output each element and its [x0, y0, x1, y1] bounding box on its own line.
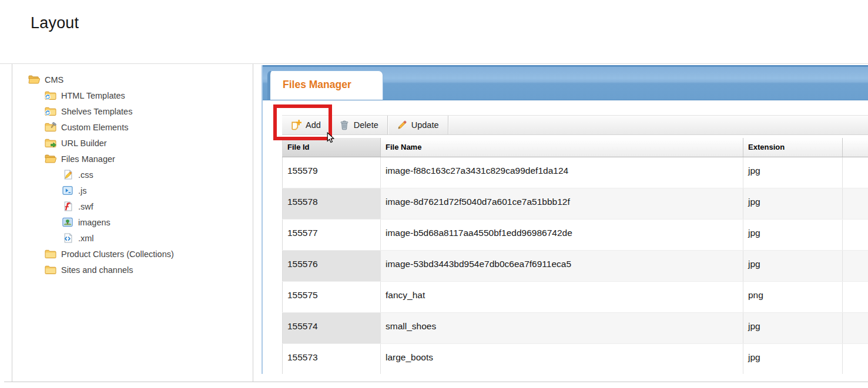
panel-header-bar: Files Manager [263, 65, 868, 100]
file-name-cell: small_shoes [381, 312, 743, 343]
extension-cell: jpg [743, 343, 843, 374]
bottom-divider [4, 382, 868, 382]
file-id-cell: 155573 [283, 343, 381, 374]
tree-item-label: CMS [45, 75, 63, 85]
table-row[interactable]: 155575fancy_hatpng [283, 281, 868, 312]
empty-cell [843, 281, 868, 312]
folder-open-icon [28, 75, 40, 85]
swf-file-icon [62, 201, 73, 211]
column-header-file-id[interactable]: File Id [283, 138, 381, 157]
folder-closed-icon [45, 249, 56, 259]
tree-item-files-manager[interactable]: Files Manager [12, 151, 253, 167]
files-manager-panel: Files Manager AddDeleteUpdate File IdFil… [262, 65, 868, 374]
tree-item-label: Shelves Templates [61, 107, 132, 116]
folder-tool-icon [45, 122, 56, 132]
tree-item-label: Sites and channels [61, 265, 133, 275]
file-name-cell: image-b5d68a8117aa4550bf1edd96986742de [381, 219, 743, 250]
table-row[interactable]: 155579image-f88c163c27a3431c829ca99def1d… [283, 157, 868, 188]
empty-cell [843, 343, 868, 374]
update-button[interactable]: Update [388, 116, 448, 134]
table-row[interactable]: 155576image-53bd3443bd954e7db0c6ea7f6911… [283, 250, 868, 281]
empty-cell [843, 219, 868, 250]
folder-open-icon [45, 154, 56, 164]
tree-item-product-clusters-collections[interactable]: Product Clusters (Collections) [12, 246, 253, 262]
tree-item-label: .css [78, 170, 93, 180]
toolbar: AddDeleteUpdate [282, 115, 868, 135]
delete-button-label: Delete [354, 120, 378, 130]
page-title: Layout [31, 14, 79, 32]
folder-url-icon [45, 138, 56, 148]
table-row[interactable]: 155573large_bootsjpg [283, 343, 868, 374]
tree-item-custom-elements[interactable]: Custom Elements [12, 119, 253, 135]
tree-item-label: Custom Elements [61, 123, 128, 132]
file-id-cell: 155579 [283, 157, 381, 188]
extension-cell: jpg [743, 219, 843, 250]
tree-item-shelves-templates[interactable]: Shelves Templates [12, 103, 253, 119]
delete-icon [339, 120, 350, 130]
folder-template-icon [45, 90, 56, 100]
folder-closed-icon [45, 265, 56, 275]
tree-item-url-builder[interactable]: URL Builder [12, 135, 253, 151]
file-name-cell: image-8d7621d72f5040d7a601ce7a51bbb12f [381, 188, 743, 219]
tree-item-swf[interactable]: .swf [12, 198, 253, 214]
image-file-icon [62, 217, 73, 227]
empty-cell [843, 250, 868, 281]
extension-cell: jpg [743, 157, 843, 188]
tree-item-label: Product Clusters (Collections) [61, 249, 174, 259]
tree-item-label: URL Builder [61, 139, 107, 148]
empty-cell [843, 157, 868, 188]
tree-item-xml[interactable]: .xml [12, 230, 253, 246]
column-header-file-name[interactable]: File Name [381, 138, 743, 157]
file-name-cell: fancy_hat [381, 281, 743, 312]
file-id-cell: 155575 [283, 281, 381, 312]
tree-item-label: .swf [78, 202, 93, 211]
file-name-cell: large_boots [381, 343, 743, 374]
add-icon [291, 120, 301, 130]
tree-item-label: HTML Templates [61, 91, 125, 100]
empty-cell [843, 188, 868, 219]
folder-template-icon [45, 106, 56, 116]
column-header-extension[interactable]: Extension [743, 138, 843, 157]
tree-item-cms[interactable]: CMS [12, 72, 253, 87]
tree-item-js[interactable]: .js [12, 183, 253, 198]
table-row[interactable]: 155578image-8d7621d72f5040d7a601ce7a51bb… [283, 188, 868, 219]
xml-file-icon [62, 233, 73, 243]
file-name-cell: image-53bd3443bd954e7db0c6ea7f6911eca5 [381, 250, 743, 281]
tree-item-label: .xml [78, 234, 94, 243]
tab-label: Files Manager [270, 71, 383, 91]
extension-cell: png [743, 281, 843, 312]
extension-cell: jpg [743, 250, 843, 281]
tree-item-label: Files Manager [61, 154, 115, 164]
delete-button[interactable]: Delete [330, 116, 388, 134]
tree-item-imagens[interactable]: imagens [12, 214, 253, 230]
add-button[interactable]: Add [282, 116, 330, 134]
table-row[interactable]: 155577image-b5d68a8117aa4550bf1edd969867… [283, 219, 868, 250]
extension-cell: jpg [743, 312, 843, 343]
file-name-cell: image-f88c163c27a3431c829ca99def1da124 [381, 157, 743, 188]
files-table: File IdFile NameExtension 155579image-f8… [282, 138, 868, 374]
file-id-cell: 155578 [283, 188, 381, 219]
tree-item-label: imagens [78, 218, 110, 227]
sidebar: CMSHTML TemplatesShelves TemplatesCustom… [12, 64, 253, 382]
js-file-icon [62, 185, 73, 195]
tree-item-html-templates[interactable]: HTML Templates [12, 87, 253, 103]
tree-item-sites-and-channels[interactable]: Sites and channels [12, 262, 253, 278]
tree-item-label: .js [78, 186, 87, 195]
update-icon [397, 120, 407, 130]
tree-item-css[interactable]: .css [12, 167, 253, 183]
tab-files-manager[interactable]: Files Manager [267, 70, 383, 100]
update-button-label: Update [411, 120, 439, 130]
file-id-cell: 155577 [283, 219, 381, 250]
add-button-label: Add [306, 120, 321, 130]
table-row[interactable]: 155574small_shoesjpg [283, 312, 868, 343]
file-id-cell: 155576 [283, 250, 381, 281]
extension-cell: jpg [743, 188, 843, 219]
table-header-row: File IdFile NameExtension [283, 138, 868, 157]
css-file-icon [62, 170, 73, 180]
empty-cell [843, 312, 868, 343]
column-header-empty [843, 138, 868, 157]
file-id-cell: 155574 [283, 312, 381, 343]
toolbar-filler [448, 116, 868, 134]
cms-tree: CMSHTML TemplatesShelves TemplatesCustom… [12, 72, 253, 278]
